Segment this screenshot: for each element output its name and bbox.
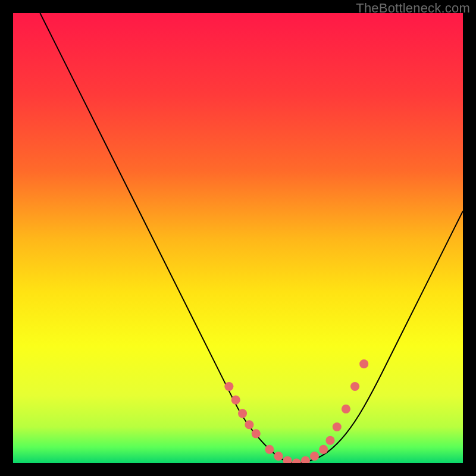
curve-marker bbox=[231, 396, 240, 405]
curve-marker bbox=[310, 452, 319, 461]
curve-marker bbox=[252, 429, 261, 438]
curve-marker bbox=[350, 382, 359, 391]
chart-stage: TheBottleneck.com bbox=[0, 0, 476, 476]
curve-marker bbox=[333, 422, 342, 431]
curve-marker bbox=[342, 405, 350, 414]
curve-marker bbox=[325, 436, 334, 445]
curve-marker bbox=[359, 359, 368, 368]
curve-marker bbox=[283, 456, 292, 463]
curve-marker bbox=[245, 420, 253, 429]
curve-marker bbox=[238, 409, 247, 418]
bottleneck-curve bbox=[40, 13, 463, 463]
curve-marker bbox=[265, 445, 274, 454]
curve-marker bbox=[292, 458, 301, 463]
curve-marker bbox=[319, 445, 328, 454]
marker-group bbox=[224, 359, 368, 463]
plot-area bbox=[13, 13, 463, 463]
curve-marker bbox=[224, 382, 233, 391]
curve-layer bbox=[13, 13, 463, 463]
curve-marker bbox=[301, 456, 310, 463]
watermark-text: TheBottleneck.com bbox=[356, 1, 470, 16]
curve-marker bbox=[274, 452, 283, 461]
